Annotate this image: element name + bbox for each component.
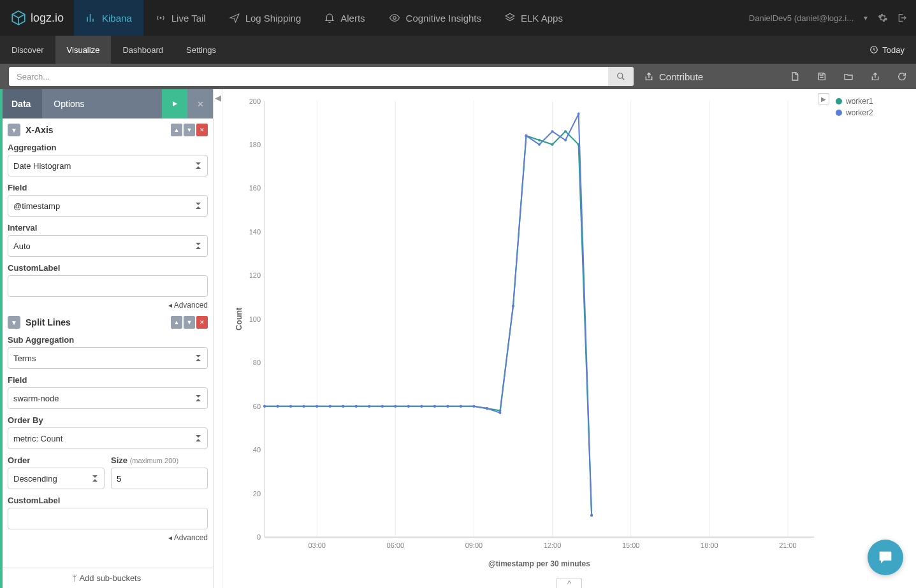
svg-text:21:00: 21:00 — [779, 541, 797, 549]
share-link-icon[interactable] — [870, 71, 880, 82]
nav-label: ELK Apps — [521, 13, 563, 24]
aggregation-select[interactable]: Date Histogram — [8, 155, 208, 176]
legend-dot — [836, 98, 842, 104]
nav-cognitive[interactable]: Cognitive Insights — [377, 0, 493, 36]
custom-label-input[interactable] — [8, 275, 208, 297]
svg-point-67 — [394, 405, 396, 408]
new-icon[interactable] — [790, 71, 800, 82]
select-value: Date Histogram — [13, 161, 71, 171]
sub-nav: Discover Visualize Dashboard Settings To… — [0, 36, 916, 64]
chart-legend: worker1 worker2 — [833, 94, 916, 122]
nav-alerts[interactable]: Alerts — [312, 0, 376, 36]
nav-label: Log Shipping — [245, 13, 302, 24]
split-custom-label-input[interactable] — [8, 508, 208, 529]
layers-icon — [504, 12, 516, 24]
nav-kibana[interactable]: Kibana — [74, 0, 143, 36]
svg-text:12:00: 12:00 — [544, 541, 562, 549]
subnav-dashboard[interactable]: Dashboard — [111, 36, 175, 64]
chat-icon — [876, 549, 894, 566]
tab-label: Data — [11, 99, 31, 109]
svg-point-75 — [498, 412, 501, 414]
intercom-chat-button[interactable] — [868, 540, 903, 575]
refresh-icon[interactable] — [897, 71, 907, 82]
legend-item[interactable]: worker1 — [836, 97, 913, 106]
svg-point-74 — [486, 407, 488, 410]
orderby-select[interactable]: metric: Count — [8, 427, 208, 449]
tab-options[interactable]: Options — [42, 89, 96, 118]
interval-select[interactable]: Auto — [8, 235, 208, 257]
subagg-select[interactable]: Terms — [8, 347, 208, 369]
field-label: Sub Aggregation — [8, 335, 208, 345]
svg-point-54 — [564, 130, 567, 133]
time-label: Today — [882, 45, 905, 55]
legend-item[interactable]: worker2 — [836, 108, 913, 117]
contribute-label: Contribute — [659, 71, 703, 82]
nav-log-shipping[interactable]: Log Shipping — [217, 0, 313, 36]
svg-point-79 — [551, 130, 554, 133]
svg-point-57 — [263, 405, 266, 408]
send-icon — [229, 12, 240, 24]
field-label: Field — [8, 375, 208, 385]
move-down-button[interactable]: ▼ — [184, 316, 195, 329]
advanced-toggle[interactable]: ◂ Advanced — [8, 301, 208, 310]
svg-text:120: 120 — [249, 271, 261, 279]
svg-point-81 — [578, 113, 580, 115]
logout-icon[interactable] — [897, 13, 907, 23]
svg-text:160: 160 — [249, 184, 261, 192]
subnav-settings[interactable]: Settings — [175, 36, 228, 64]
move-up-button[interactable]: ▲ — [171, 316, 182, 329]
discard-button[interactable]: ✕ — [187, 89, 213, 118]
delete-button[interactable]: ✕ — [196, 124, 208, 136]
svg-text:180: 180 — [249, 141, 261, 148]
move-down-button[interactable]: ▼ — [184, 124, 195, 136]
field-label: Interval — [8, 223, 208, 233]
nav-elk-apps[interactable]: ELK Apps — [493, 0, 574, 36]
field-select[interactable]: @timestamp — [8, 195, 208, 217]
section-title: Split Lines — [25, 317, 171, 327]
xaxis-section: ▼ X-Axis ▲ ▼ ✕ Aggregation Date Histogra… — [8, 124, 208, 310]
brand-logo[interactable]: logz.io — [0, 0, 74, 36]
top-nav: logz.io Kibana Live Tail Log Shipping Al… — [0, 0, 916, 36]
field-label: CustomLabel — [8, 496, 208, 505]
split-field-select[interactable]: swarm-node — [8, 387, 208, 409]
delete-button[interactable]: ✕ — [196, 316, 208, 329]
subnav-visualize[interactable]: Visualize — [55, 36, 112, 64]
add-sub-buckets-button[interactable]: ᛘ Add sub-buckets — [0, 568, 213, 588]
nav-label: Alerts — [340, 13, 365, 24]
size-input[interactable] — [111, 468, 208, 489]
svg-point-71 — [446, 405, 449, 408]
settings-gear-icon[interactable] — [878, 13, 888, 23]
legend-label: worker1 — [846, 97, 873, 106]
select-value: swarm-node — [13, 394, 59, 403]
tab-label: Options — [54, 99, 84, 109]
search-input[interactable] — [9, 67, 608, 86]
collapse-toggle[interactable]: ▼ — [8, 124, 20, 136]
nav-label: Cognitive Insights — [406, 13, 481, 24]
sidebar-collapse-handle[interactable]: ◀ — [214, 89, 222, 588]
size-note: (maximum 200) — [130, 457, 178, 464]
bell-icon — [324, 12, 335, 24]
save-icon[interactable] — [817, 71, 827, 82]
tab-data[interactable]: Data — [0, 89, 42, 118]
time-picker[interactable]: Today — [869, 45, 916, 55]
svg-text:@timestamp per 30 minutes: @timestamp per 30 minutes — [488, 559, 590, 568]
apply-button[interactable] — [162, 89, 187, 118]
advanced-toggle[interactable]: ◂ Advanced — [8, 533, 208, 542]
svg-point-77 — [525, 134, 528, 137]
svg-point-62 — [329, 405, 331, 408]
open-icon[interactable] — [843, 71, 854, 82]
order-select[interactable]: Descending — [8, 468, 105, 489]
move-up-button[interactable]: ▲ — [171, 124, 182, 136]
user-menu[interactable]: DanielDev5 (daniel@logz.i... — [749, 13, 854, 23]
search-button[interactable] — [608, 67, 634, 86]
collapse-toggle[interactable]: ▼ — [8, 316, 20, 329]
subnav-discover[interactable]: Discover — [0, 36, 55, 64]
search-icon — [616, 72, 625, 81]
svg-text:200: 200 — [249, 97, 261, 104]
broadcast-icon — [155, 12, 166, 24]
nav-live-tail[interactable]: Live Tail — [143, 0, 217, 36]
svg-point-0 — [159, 17, 161, 19]
spy-panel-toggle[interactable]: ^ — [556, 578, 582, 588]
contribute-button[interactable]: Contribute — [644, 71, 703, 82]
logo-cube-icon — [10, 10, 27, 26]
